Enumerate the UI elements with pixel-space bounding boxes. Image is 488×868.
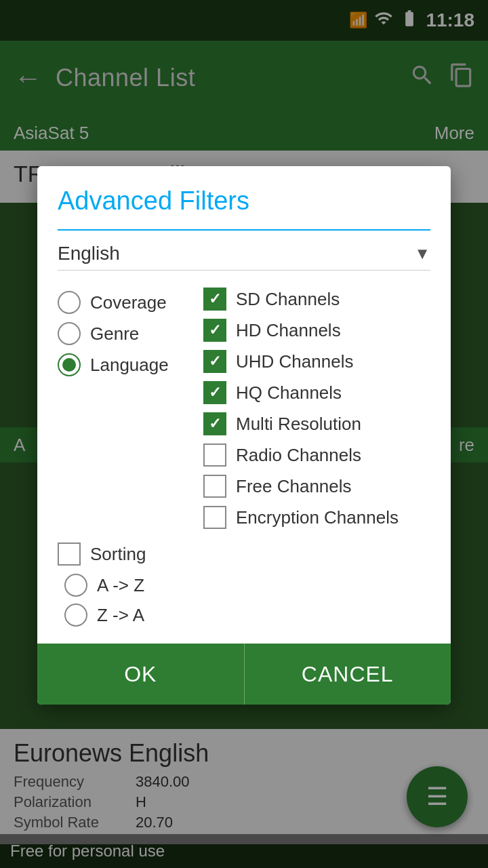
- checkmark-uhd: ✓: [209, 354, 221, 369]
- check-free[interactable]: Free Channels: [203, 475, 430, 498]
- checkbox-encryption[interactable]: [203, 506, 226, 529]
- check-hd-label: HD Channels: [236, 320, 341, 341]
- dialog-title: Advanced Filters: [58, 186, 430, 216]
- radio-coverage-button[interactable]: [58, 291, 81, 314]
- radio-genre[interactable]: Genre: [58, 322, 193, 345]
- checkbox-hd[interactable]: ✓: [203, 319, 226, 342]
- radio-coverage[interactable]: Coverage: [58, 291, 193, 314]
- radio-atoz[interactable]: [64, 574, 87, 597]
- checkmark-multi: ✓: [209, 416, 221, 431]
- radio-coverage-label: Coverage: [90, 292, 167, 313]
- checkbox-sorting[interactable]: [58, 542, 81, 566]
- checkbox-hq[interactable]: ✓: [203, 381, 226, 404]
- advanced-filters-dialog: Advanced Filters English ▼ Coverage Genr…: [37, 166, 451, 705]
- dialog-divider: [58, 229, 430, 231]
- check-free-label: Free Channels: [236, 476, 352, 497]
- check-uhd-label: UHD Channels: [236, 351, 353, 372]
- language-dropdown[interactable]: English ▼: [58, 237, 430, 271]
- check-hq[interactable]: ✓ HQ Channels: [203, 381, 430, 404]
- check-radio-label: Radio Channels: [236, 445, 361, 466]
- language-value: English: [58, 243, 120, 264]
- checkbox-free[interactable]: [203, 475, 226, 498]
- dialog-header: Advanced Filters: [37, 166, 451, 231]
- radio-genre-label: Genre: [90, 323, 139, 344]
- cancel-button[interactable]: CANCEL: [244, 644, 451, 705]
- checkbox-radio[interactable]: [203, 443, 226, 467]
- check-encryption[interactable]: Encryption Channels: [203, 506, 430, 529]
- radio-language-button[interactable]: [58, 353, 81, 376]
- radio-language-inner: [62, 358, 76, 372]
- checkmark-hd: ✓: [209, 323, 221, 338]
- sorting-label: Sorting: [90, 544, 146, 565]
- right-filter-column: ✓ SD Channels ✓ HD Channels ✓ UHD Channe…: [203, 288, 430, 529]
- sort-atoz-label: A -> Z: [97, 575, 144, 596]
- check-sd-label: SD Channels: [236, 289, 340, 310]
- radio-ztoa[interactable]: [64, 604, 87, 627]
- left-filter-column: Coverage Genre Language: [58, 288, 193, 529]
- sorting-section: Sorting A -> Z Z -> A: [37, 539, 451, 644]
- checkbox-uhd[interactable]: ✓: [203, 350, 226, 373]
- dialog-buttons: OK CANCEL: [37, 644, 451, 705]
- filter-body: Coverage Genre Language ✓ SD Ch: [37, 281, 451, 539]
- check-sd[interactable]: ✓ SD Channels: [203, 288, 430, 311]
- sort-ztoa-label: Z -> A: [97, 605, 144, 626]
- radio-genre-button[interactable]: [58, 322, 81, 345]
- checkmark-hq: ✓: [209, 385, 221, 400]
- check-uhd[interactable]: ✓ UHD Channels: [203, 350, 430, 373]
- check-multi[interactable]: ✓ Multi Resolution: [203, 412, 430, 435]
- checkbox-multi[interactable]: ✓: [203, 412, 226, 435]
- sorting-row[interactable]: Sorting: [58, 542, 430, 566]
- sort-atoz-row[interactable]: A -> Z: [58, 574, 430, 597]
- check-radio[interactable]: Radio Channels: [203, 443, 430, 467]
- radio-language[interactable]: Language: [58, 353, 193, 376]
- sort-ztoa-row[interactable]: Z -> A: [58, 604, 430, 627]
- checkbox-sd[interactable]: ✓: [203, 288, 226, 311]
- check-multi-label: Multi Resolution: [236, 414, 361, 435]
- checkmark-sd: ✓: [209, 292, 221, 307]
- check-hq-label: HQ Channels: [236, 382, 342, 403]
- check-encryption-label: Encryption Channels: [236, 507, 399, 528]
- ok-button[interactable]: OK: [37, 644, 244, 705]
- check-hd[interactable]: ✓ HD Channels: [203, 319, 430, 342]
- dropdown-arrow-icon: ▼: [414, 244, 430, 263]
- radio-language-label: Language: [90, 355, 169, 376]
